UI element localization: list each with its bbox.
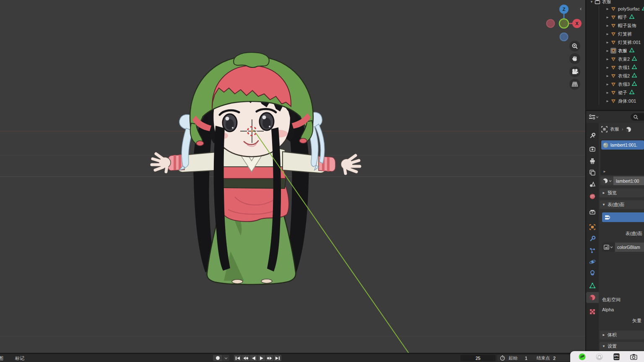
image-name-field[interactable]: colorGBlam [615, 243, 644, 252]
browse-material-button[interactable] [600, 176, 613, 185]
browse-image-button[interactable] [602, 243, 615, 252]
mesh-object-icon[interactable] [610, 39, 616, 45]
outliner-row[interactable]: ►身体:001 [586, 97, 644, 105]
jump-to-end-button[interactable] [274, 355, 281, 361]
tab-output-icon[interactable] [586, 155, 599, 166]
tab-physics-icon[interactable] [586, 256, 599, 267]
mesh-object-icon[interactable] [610, 90, 616, 96]
current-frame-field[interactable]: 25 [460, 355, 496, 361]
chevron-down-icon: ▼ [602, 203, 605, 207]
mesh-object-icon[interactable] [610, 48, 616, 54]
chevron-right-icon[interactable]: ► [605, 57, 610, 61]
material-sphere-icon[interactable] [626, 127, 631, 132]
outliner-row[interactable]: ►帽子装饰 [586, 21, 644, 30]
chevron-right-icon[interactable]: ► [605, 74, 610, 78]
mesh-object-icon[interactable] [610, 65, 616, 70]
outliner-item-label: 裙子 [618, 90, 627, 96]
chevron-right-icon[interactable]: ► [605, 16, 610, 19]
chevron-right-icon[interactable]: ► [605, 7, 610, 11]
tab-data-icon[interactable] [586, 280, 599, 291]
mesh-data-icon [629, 13, 634, 21]
outliner-row[interactable]: ►裙子 [586, 88, 644, 97]
next-keyframe-button[interactable] [266, 355, 273, 361]
play-button[interactable] [258, 355, 265, 361]
outliner-row[interactable]: ►衣领3 [586, 80, 644, 88]
razer-synapse-icon[interactable] [579, 353, 586, 360]
chevron-right-icon[interactable]: ► [605, 32, 610, 36]
outliner-panel[interactable]: ▼ 衣服 ►polySurfac►帽子►帽子装饰►灯笼裤►灯笼裤:001►衣服►… [586, 0, 644, 110]
outliner-row[interactable]: ►衣领1 [586, 63, 644, 72]
tab-world-icon[interactable] [586, 191, 599, 202]
3d-viewport[interactable]: Z X ‹ [0, 0, 585, 354]
panel-preview[interactable]: ► 预览 [600, 189, 644, 197]
epic-games-icon[interactable]: EPICGAMES [613, 353, 620, 360]
panel-volume-label: 体积 [608, 332, 617, 338]
outliner-row[interactable]: ►衣束2 [586, 55, 644, 63]
chevron-right-icon[interactable]: ► [605, 99, 610, 103]
chevron-right-icon[interactable]: ► [605, 83, 610, 86]
tab-object-icon[interactable] [586, 222, 599, 233]
mesh-data-icon [632, 72, 637, 80]
breadcrumb-object[interactable]: 衣服 [610, 126, 619, 132]
end-label: 结束点 [537, 355, 550, 361]
camera-icon[interactable] [630, 353, 637, 360]
jump-to-start-button[interactable] [234, 355, 242, 361]
chevron-right-icon[interactable]: ► [605, 91, 610, 95]
use-nodes-button[interactable] [602, 212, 644, 222]
tab-tool-icon[interactable] [586, 130, 599, 141]
chevron-right-icon[interactable]: ► [605, 41, 610, 44]
outliner-row[interactable]: ►polySurfac [586, 5, 644, 13]
editor-type-button[interactable] [588, 113, 602, 121]
windows-taskbar[interactable]: EPICGAMES [570, 351, 644, 362]
tab-render-icon[interactable] [586, 144, 599, 155]
outliner-row[interactable]: ►灯笼裤 [586, 30, 644, 38]
outliner-row[interactable]: ►灯笼裤:001 [586, 38, 644, 47]
panel-surface[interactable]: ▼ 表(曲)面 [600, 200, 644, 209]
mesh-object-icon[interactable] [610, 98, 616, 104]
previous-keyframe-button[interactable] [242, 355, 249, 361]
menu-view[interactable]: 图 [0, 355, 3, 362]
tab-view-layer-icon[interactable] [586, 167, 599, 178]
panel-volume[interactable]: ► 体积 [600, 331, 644, 339]
chevron-right-icon[interactable]: ► [605, 24, 610, 28]
outliner-row[interactable]: ►帽子 [586, 13, 644, 21]
tab-collection-icon[interactable] [586, 207, 599, 217]
pan-icon[interactable] [569, 53, 580, 64]
chevron-right-icon[interactable]: ► [605, 66, 610, 70]
mesh-object-icon[interactable] [610, 6, 616, 12]
mesh-object-icon[interactable] [610, 56, 616, 62]
outliner-row[interactable]: ►衣领2 [586, 72, 644, 80]
mesh-object-icon[interactable] [610, 31, 616, 37]
mesh-object-icon[interactable] [610, 73, 616, 79]
zoom-icon[interactable] [569, 41, 580, 52]
timeline-bar[interactable]: 图 标记 25 起始 1 [0, 353, 644, 362]
chevron-down-icon[interactable]: ▼ [589, 0, 594, 4]
outliner-row[interactable]: ►衣服 [586, 47, 644, 55]
chevron-right-icon[interactable]: ► [605, 49, 610, 53]
camera-view-icon[interactable] [569, 66, 580, 77]
ubisoft-connect-icon[interactable] [596, 353, 603, 360]
material-slot-selected[interactable]: lambert1:001. [601, 140, 644, 150]
record-button[interactable] [213, 355, 222, 361]
menu-marker[interactable]: 标记 [15, 355, 24, 362]
orthographic-grid-icon[interactable] [569, 79, 580, 90]
mesh-object-icon[interactable] [610, 23, 616, 28]
tab-material-icon[interactable] [586, 292, 599, 303]
collapse-panel-icon[interactable]: ‹ [580, 6, 582, 11]
stopwatch-icon[interactable] [500, 355, 505, 361]
material-name-field[interactable]: lambert1:00 [613, 176, 644, 185]
mesh-object-icon[interactable] [610, 81, 616, 87]
panel-settings[interactable]: ▼ 设置 [600, 342, 644, 351]
slot-list-expand-icon[interactable]: ► [603, 170, 606, 173]
search-input[interactable] [631, 113, 644, 121]
tab-texture-icon[interactable] [586, 306, 599, 317]
mesh-object-icon[interactable] [610, 14, 616, 20]
tab-constraints-icon[interactable] [586, 268, 599, 279]
material-slot-list[interactable]: lambert1:001. ► [600, 140, 644, 175]
tab-scene-icon[interactable] [586, 179, 599, 190]
tab-particles-icon[interactable] [586, 245, 599, 256]
tab-modifiers-icon[interactable] [586, 233, 599, 244]
play-reverse-button[interactable] [250, 355, 257, 361]
keying-dropdown[interactable] [223, 355, 229, 361]
navigation-gizmo[interactable]: Z X [542, 3, 585, 44]
